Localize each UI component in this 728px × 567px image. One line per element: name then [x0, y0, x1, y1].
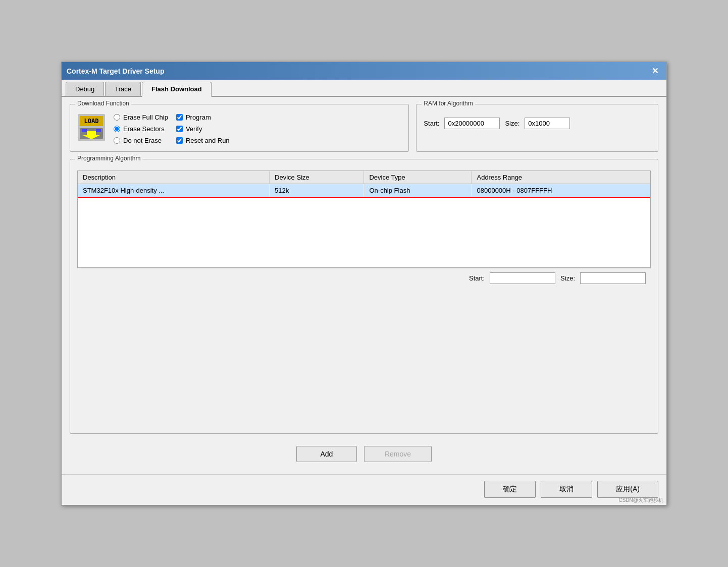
do-not-erase-label: Do not Erase [123, 137, 162, 144]
load-icon-svg: LOAD [78, 114, 105, 141]
verify-label: Verify [186, 125, 202, 133]
programming-algorithm-title: Programming Algorithm [75, 155, 142, 162]
erase-full-chip-label: Erase Full Chip [123, 114, 168, 121]
reset-and-run-checkbox-label[interactable]: Reset and Run [176, 137, 230, 144]
df-inner: LOAD Erase Full Chip [77, 114, 401, 144]
add-button[interactable]: Add [296, 446, 357, 462]
programming-algorithm-group: Programming Algorithm Description Device… [70, 159, 658, 434]
ok-button[interactable]: 确定 [484, 481, 536, 498]
col-address-range: Address Range [472, 171, 650, 184]
main-window: Cortex-M Target Driver Setup ✕ Debug Tra… [61, 62, 667, 505]
ram-algorithm-title: RAM for Algorithm [422, 100, 475, 107]
buttons-row: Add Remove [70, 441, 658, 467]
pa-bottom: Start: Size: [77, 268, 651, 287]
apply-button[interactable]: 应用(A) [597, 481, 658, 498]
cell-device-type: On-chip Flash [364, 184, 472, 197]
pa-table: Description Device Size Device Type Addr… [78, 171, 650, 197]
pa-size-label: Size: [560, 274, 575, 282]
cell-address-range: 08000000H - 0807FFFFH [472, 184, 650, 197]
tab-trace[interactable]: Trace [105, 82, 141, 96]
options-checkbox-group: Program Verify Reset and Run [176, 114, 230, 144]
ram-size-input[interactable] [525, 118, 570, 129]
tab-flash-download[interactable]: Flash Download [142, 82, 212, 97]
program-label: Program [186, 114, 211, 121]
footer: 确定 取消 应用(A) CSDN@火车跑步机 [62, 474, 666, 505]
verify-checkbox[interactable] [176, 126, 183, 132]
ram-size-label: Size: [505, 120, 519, 127]
tab-debug[interactable]: Debug [66, 82, 104, 96]
ram-start-input[interactable] [444, 118, 500, 129]
ram-algorithm-group: RAM for Algorithm Start: Size: [416, 104, 658, 152]
red-underline [78, 197, 650, 198]
ram-inner: Start: Size: [424, 118, 651, 129]
pa-size-input[interactable] [580, 272, 646, 284]
pa-start-label: Start: [469, 274, 485, 282]
watermark: CSDN@火车跑步机 [619, 497, 664, 504]
title-bar: Cortex-M Target Driver Setup ✕ [62, 62, 666, 80]
window-title: Cortex-M Target Driver Setup [67, 67, 164, 75]
reset-and-run-checkbox[interactable] [176, 137, 183, 144]
do-not-erase-radio-label[interactable]: Do not Erase [114, 137, 168, 144]
erase-radio-group: Erase Full Chip Erase Sectors Do not Era… [114, 114, 168, 144]
pa-table-area: Description Device Size Device Type Addr… [77, 171, 651, 268]
ram-start-label: Start: [424, 120, 439, 127]
svg-text:LOAD: LOAD [84, 118, 99, 125]
tab-bar: Debug Trace Flash Download [62, 80, 666, 97]
program-checkbox[interactable] [176, 114, 183, 121]
reset-and-run-label: Reset and Run [186, 137, 230, 144]
erase-full-chip-radio[interactable] [114, 114, 120, 121]
col-device-type: Device Type [364, 171, 472, 184]
load-icon: LOAD [77, 114, 106, 142]
cell-device-size: 512k [270, 184, 364, 197]
col-device-size: Device Size [270, 171, 364, 184]
table-header-row: Description Device Size Device Type Addr… [78, 171, 650, 184]
cancel-button[interactable]: 取消 [541, 481, 592, 498]
top-row: Download Function LOAD [70, 104, 658, 152]
svg-rect-5 [82, 129, 87, 132]
svg-rect-6 [96, 129, 101, 132]
pa-start-input[interactable] [490, 272, 555, 284]
table-empty-space [78, 197, 650, 267]
col-description: Description [78, 171, 270, 184]
do-not-erase-radio[interactable] [114, 137, 120, 144]
erase-sectors-label: Erase Sectors [123, 125, 165, 133]
erase-sectors-radio-label[interactable]: Erase Sectors [114, 125, 168, 133]
verify-checkbox-label[interactable]: Verify [176, 125, 230, 133]
main-content: Download Function LOAD [62, 97, 666, 474]
table-wrapper: Description Device Size Device Type Addr… [77, 171, 651, 287]
download-function-title: Download Function [75, 100, 131, 107]
table-row[interactable]: STM32F10x High-density ... 512k On-chip … [78, 184, 650, 197]
program-checkbox-label[interactable]: Program [176, 114, 230, 121]
remove-button[interactable]: Remove [364, 446, 432, 462]
cell-description: STM32F10x High-density ... [78, 184, 270, 197]
close-button[interactable]: ✕ [649, 65, 661, 77]
download-function-group: Download Function LOAD [70, 104, 409, 152]
erase-sectors-radio[interactable] [114, 126, 120, 132]
erase-full-chip-radio-label[interactable]: Erase Full Chip [114, 114, 168, 121]
